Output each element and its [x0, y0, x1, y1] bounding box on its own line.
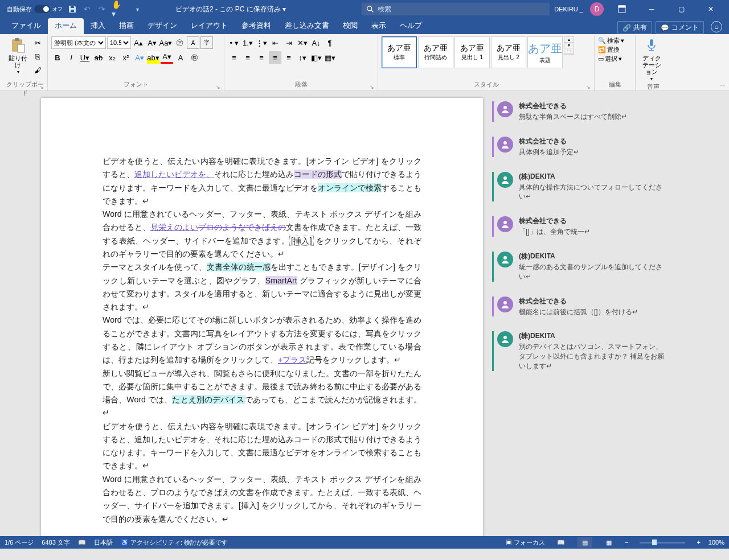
- font-color-icon[interactable]: A▾: [161, 51, 173, 64]
- down-icon[interactable]: ▾: [564, 43, 574, 48]
- style-見出し 1[interactable]: あア亜見出し 1: [454, 36, 490, 68]
- tab-参考資料[interactable]: 参考資料: [235, 18, 278, 34]
- tab-表示[interactable]: 表示: [364, 18, 393, 34]
- highlight-icon[interactable]: ab▾: [147, 51, 159, 64]
- more-icon[interactable]: ⋯: [564, 48, 574, 54]
- zoom-level[interactable]: 100%: [708, 539, 724, 546]
- indent-inc-icon[interactable]: ⇥: [282, 36, 295, 49]
- launcher-icon[interactable]: ↘: [39, 84, 44, 90]
- grow-font-icon[interactable]: A▴: [132, 36, 145, 49]
- comment-item[interactable]: 株式会社できる無駄な半角スペースはすべて削除↵: [492, 101, 715, 122]
- shrink-font-icon[interactable]: A▾: [146, 36, 158, 49]
- align-left-icon[interactable]: ≡: [228, 51, 240, 64]
- user-name[interactable]: DEKIRU _: [554, 6, 583, 13]
- search-box[interactable]: 検索: [362, 3, 550, 15]
- body-text[interactable]: ビデオを使うと、伝えたい内容を明確に表現できます。[オンライン ビデオ] をクリ…: [103, 155, 421, 526]
- phonetic-icon[interactable]: ㋐: [173, 36, 186, 49]
- copy-icon[interactable]: ⎘: [31, 50, 44, 63]
- tab-差し込み文書[interactable]: 差し込み文書: [278, 18, 336, 34]
- collapse-ribbon-icon[interactable]: ︿: [720, 81, 726, 89]
- borders-icon[interactable]: ▦▾: [323, 51, 336, 64]
- multilevel-icon[interactable]: ⋮▾: [255, 36, 268, 49]
- find-button[interactable]: 🔍検索▾: [598, 36, 624, 45]
- close-icon[interactable]: ✕: [699, 0, 722, 18]
- change-case-icon[interactable]: Aa▾: [159, 36, 172, 49]
- align-right-icon[interactable]: ≡: [255, 51, 268, 64]
- char-border-icon[interactable]: ㊑: [188, 51, 200, 64]
- align-center-icon[interactable]: ≡: [241, 51, 254, 64]
- undo-icon[interactable]: ↶: [82, 4, 92, 14]
- tab-挿入[interactable]: 挿入: [84, 18, 112, 34]
- share-button[interactable]: 🔗 共有: [617, 21, 652, 34]
- bullets-icon[interactable]: • ▾: [228, 36, 240, 49]
- tab-デザイン[interactable]: デザイン: [141, 18, 184, 34]
- indent-dec-icon[interactable]: ⇤: [269, 36, 281, 49]
- font-size-select[interactable]: 10.5: [107, 36, 131, 49]
- comment-item[interactable]: (株)DEKITA具体的な操作方法についてフォローしてください↵: [492, 172, 715, 202]
- print-layout-icon[interactable]: ▤: [578, 537, 592, 547]
- tab-描画[interactable]: 描画: [112, 18, 141, 34]
- maximize-icon[interactable]: ▢: [670, 0, 693, 18]
- asian-layout-icon[interactable]: ✕▾: [296, 36, 309, 49]
- show-marks-icon[interactable]: ¶: [323, 36, 336, 49]
- save-icon[interactable]: [67, 4, 77, 14]
- toggle-switch[interactable]: [34, 5, 50, 13]
- style-表題[interactable]: あア亜表題: [527, 36, 563, 68]
- launcher-icon[interactable]: ↘: [370, 84, 374, 90]
- feedback-icon[interactable]: ☺: [711, 21, 722, 32]
- distribute-icon[interactable]: ≡: [282, 51, 295, 64]
- underline-icon[interactable]: U▾: [79, 51, 91, 64]
- qat-customize-icon[interactable]: ▾: [132, 4, 142, 14]
- web-layout-icon[interactable]: ▦: [601, 537, 616, 547]
- comment-item[interactable]: (株)DEKITA別のデバイスとはパソコン、スマートフォン、タブレット以外にも含…: [492, 331, 715, 370]
- accessibility-indicator[interactable]: ♿ アクセシビリティ: 検討が必要です: [121, 538, 228, 547]
- tab-校閲[interactable]: 校閲: [336, 18, 364, 34]
- tab-レイアウト[interactable]: レイアウト: [184, 18, 235, 34]
- launcher-icon[interactable]: ↘: [216, 84, 220, 90]
- redo-icon[interactable]: ↷: [97, 4, 107, 14]
- page-indicator[interactable]: 1/6 ページ: [5, 538, 34, 547]
- comment-item[interactable]: 株式会社できる機能名には前後に括弧（[]）を付ける↵: [492, 297, 715, 317]
- strike-icon[interactable]: ab: [92, 51, 105, 64]
- language-indicator[interactable]: 日本語: [94, 538, 113, 547]
- style-見出し 2[interactable]: あア亜見出し 2: [491, 36, 526, 68]
- justify-icon[interactable]: ≡: [269, 51, 281, 64]
- superscript-icon[interactable]: x²: [120, 51, 132, 64]
- avatar[interactable]: D: [590, 2, 604, 16]
- sort-icon[interactable]: A↓: [310, 36, 322, 49]
- tab-ファイル[interactable]: ファイル: [5, 18, 48, 34]
- style-gallery[interactable]: あア亜標準あア亜行間詰めあア亜見出し 1あア亜見出し 2あア亜表題: [382, 36, 563, 71]
- replace-button[interactable]: 🔁置換: [598, 46, 620, 54]
- style-標準[interactable]: あア亜標準: [382, 36, 417, 68]
- comments-button[interactable]: 💬 コメント: [656, 21, 704, 34]
- format-painter-icon[interactable]: 🖌: [31, 64, 44, 76]
- subscript-icon[interactable]: x₂: [106, 51, 118, 64]
- comment-item[interactable]: 株式会社できる「[]」は、全角で統一↵: [492, 216, 715, 237]
- comment-item[interactable]: 株式会社できる具体例を追加予定↵: [492, 137, 715, 157]
- style-scroll[interactable]: ▴▾⋯: [564, 36, 574, 55]
- zoom-slider[interactable]: [640, 542, 685, 543]
- touch-mode-icon[interactable]: ✋▾: [112, 4, 122, 14]
- dictate-button[interactable]: ディクテーション ▾: [639, 36, 664, 83]
- zoom-in-icon[interactable]: +: [697, 539, 700, 546]
- style-行間詰め[interactable]: あア亜行間詰め: [418, 36, 453, 68]
- minimize-icon[interactable]: ─: [640, 0, 663, 18]
- enclose-icon[interactable]: 字: [200, 36, 213, 49]
- shading-icon[interactable]: ◧▾: [310, 51, 322, 64]
- spellcheck-icon[interactable]: 📖: [78, 539, 86, 546]
- select-button[interactable]: ▭選択▾: [598, 55, 622, 63]
- focus-mode-button[interactable]: ▣ フォーカス: [506, 538, 545, 547]
- text-effects-icon[interactable]: A▾: [133, 51, 146, 64]
- up-icon[interactable]: ▴: [564, 37, 574, 43]
- paste-button[interactable]: 貼り付け ▾: [6, 36, 30, 76]
- bold-icon[interactable]: B: [51, 51, 64, 64]
- cut-icon[interactable]: ✂: [31, 36, 44, 49]
- read-mode-icon[interactable]: 📖: [554, 537, 568, 547]
- italic-icon[interactable]: I: [65, 51, 77, 64]
- font-name-select[interactable]: 游明朝 (本文の: [51, 36, 106, 49]
- zoom-out-icon[interactable]: −: [625, 539, 628, 546]
- tab-ヘルプ[interactable]: ヘルプ: [393, 18, 429, 34]
- page[interactable]: ビデオを使うと、伝えたい内容を明確に表現できます。[オンライン ビデオ] をクリ…: [41, 98, 483, 536]
- word-count[interactable]: 6483 文字: [42, 538, 70, 547]
- char-shading-icon[interactable]: A: [174, 51, 187, 64]
